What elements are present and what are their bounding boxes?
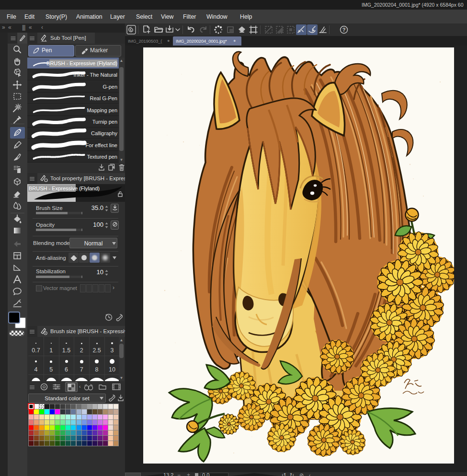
svg-text:?: ? (342, 27, 346, 33)
